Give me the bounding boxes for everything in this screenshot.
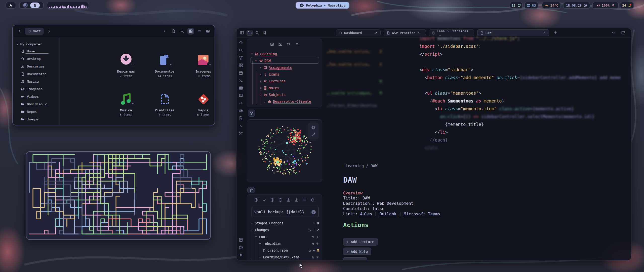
- graph-view-panel[interactable]: [247, 119, 322, 182]
- plus-icon[interactable]: [312, 249, 316, 252]
- ribbon-code-template-button[interactable]: <%: [239, 101, 243, 105]
- sidebar-item-musica[interactable]: Musica: [13, 78, 59, 85]
- git-row-.obsidian[interactable]: .obsidian: [259, 241, 281, 247]
- plus-icon[interactable]: [316, 256, 319, 259]
- sidebar-item-videos[interactable]: Videos: [13, 93, 59, 100]
- git-row-changes[interactable]: Changes2: [251, 227, 269, 233]
- breadcrumb[interactable]: matt: [25, 28, 44, 35]
- git-row-staged-changes[interactable]: Staged Changes0: [251, 220, 284, 226]
- sidebar-item-juegos[interactable]: Juegos: [13, 115, 59, 123]
- plus-icon[interactable]: [316, 242, 319, 245]
- note-title[interactable]: DAW: [343, 176, 357, 184]
- ribbon-calendar-button[interactable]: [239, 71, 243, 75]
- note-breadcrumb[interactable]: Learning / DAW: [346, 164, 377, 168]
- search-button[interactable]: [179, 28, 185, 35]
- status-widget-clock[interactable]: 18:08:28: [563, 2, 590, 9]
- note-link-outlook[interactable]: Outlook: [380, 212, 396, 216]
- undo-icon[interactable]: [311, 235, 314, 239]
- plus-icon[interactable]: [312, 228, 316, 232]
- status-widget-updates[interactable]: 11: [510, 2, 523, 9]
- visualizer-bar: [86, 6, 87, 8]
- media-widget[interactable]: Polyphia - Neurotica: [296, 2, 349, 9]
- tree-item-lectures[interactable]: Lectures: [259, 78, 286, 84]
- new-file-button[interactable]: [170, 28, 177, 35]
- ribbon-file-search-button[interactable]: [239, 116, 243, 120]
- sidebar-item-documentos[interactable]: Documentos: [13, 70, 59, 78]
- file-item-music[interactable]: ↪Musica6 items: [110, 91, 142, 117]
- undo-icon[interactable]: [311, 242, 314, 245]
- file-item-documents[interactable]: ↪Documentos14 items: [148, 52, 181, 78]
- toggle-right-sidebar-button[interactable]: [620, 30, 626, 36]
- plus-icon[interactable]: [316, 235, 319, 239]
- ribbon-gear-button[interactable]: [239, 253, 243, 257]
- git-row-learning-daw-exams[interactable]: Learning/DAW/Exams: [259, 254, 300, 260]
- file-item-git[interactable]: Repos6 items: [187, 91, 215, 117]
- local-graph-button[interactable]: [248, 110, 255, 117]
- sidebar-item-home[interactable]: Home: [13, 47, 59, 55]
- tree-item-learning[interactable]: Learning: [251, 51, 277, 57]
- files-button[interactable]: [247, 30, 253, 36]
- ribbon-search-button[interactable]: [239, 48, 243, 52]
- clipped-action-button[interactable]: [343, 257, 367, 260]
- file-item-downloads[interactable]: ↪Descargas2 items: [110, 52, 142, 78]
- ribbon-dollar-button[interactable]: $: [239, 124, 243, 128]
- status-widget-weather[interactable]: 24°C: [542, 2, 561, 9]
- status-widget-notifications[interactable]: 24: [620, 2, 634, 9]
- action-button--add-note[interactable]: + Add Note: [343, 248, 371, 255]
- tree-item-assignments[interactable]: Assignments: [259, 64, 292, 71]
- list-view-button[interactable]: [196, 28, 203, 35]
- tree-item-label: Subjects: [269, 93, 286, 97]
- git-row-graph.json[interactable]: graph.jsonM: [263, 247, 288, 253]
- ribbon-table-button[interactable]: [239, 86, 243, 90]
- global-search-button[interactable]: [254, 30, 260, 36]
- open-terminal-button[interactable]: [162, 28, 168, 35]
- ribbon-tools-button[interactable]: [239, 131, 243, 135]
- action-button--add-lecture[interactable]: + Add Lecture: [343, 238, 378, 246]
- ribbon-book-open-button[interactable]: [239, 93, 243, 98]
- undo-icon[interactable]: [308, 228, 311, 232]
- ribbon-git-fork-button[interactable]: [239, 56, 243, 60]
- ribbon-help-button[interactable]: [239, 245, 243, 250]
- bookmarks-button[interactable]: [262, 30, 268, 36]
- note-link-microsoft-teams[interactable]: Microsoft Teams: [404, 212, 440, 216]
- git-row-root[interactable]: root: [255, 234, 267, 240]
- status-widget-volume[interactable]: 100%: [592, 2, 619, 9]
- graph-filter-button[interactable]: [311, 132, 315, 137]
- forward-button[interactable]: [46, 28, 52, 35]
- ribbon-vault-button[interactable]: [239, 238, 243, 242]
- tab-dashboard[interactable]: Dashboard: [336, 29, 381, 36]
- grid-view-button[interactable]: [187, 28, 194, 35]
- ribbon-home-button[interactable]: [239, 41, 243, 45]
- compact-view-button[interactable]: [205, 28, 211, 35]
- sidebar-item-descargas[interactable]: Descargas: [13, 62, 59, 70]
- git-button[interactable]: [247, 187, 255, 193]
- active-workspace-notes[interactable]: [30, 3, 40, 8]
- sidebar-item-desktop[interactable]: Desktop: [13, 55, 59, 62]
- sidebar-root[interactable]: My Computer: [13, 41, 59, 47]
- toggle-left-sidebar-button[interactable]: [239, 30, 245, 36]
- sidebar-item-obsidianv[interactable]: Obsidian V…: [13, 100, 59, 108]
- launcher-button[interactable]: [6, 2, 16, 9]
- sidebar-item-imagenes[interactable]: Imagenes: [13, 85, 59, 93]
- minus-icon[interactable]: [312, 222, 316, 225]
- tree-item-exams[interactable]: Exams: [259, 71, 279, 78]
- visualizer-bar: [78, 7, 79, 8]
- ribbon-layout-grid-button[interactable]: [239, 63, 243, 67]
- note-link-aules[interactable]: Aules: [360, 212, 372, 216]
- graph-settings-button[interactable]: [311, 125, 315, 130]
- ribbon-gamepad-button[interactable]: [239, 109, 243, 113]
- undo-icon[interactable]: [311, 256, 314, 259]
- workspace-switcher[interactable]: [19, 2, 44, 9]
- undo-icon[interactable]: [308, 249, 311, 252]
- tree-item-desarrollo-cliente[interactable]: Desarrollo-Cliente: [263, 98, 311, 105]
- back-button[interactable]: [16, 28, 23, 35]
- tree-item-subjects[interactable]: Subjects: [259, 91, 286, 98]
- file-item-images[interactable]: ↪Imagenes10 items: [187, 52, 215, 78]
- git-row-actions: 2: [304, 228, 319, 232]
- status-widget-keyboard-layout[interactable]: US: [524, 2, 538, 9]
- file-item-templates[interactable]: Plantillas7 items: [148, 91, 181, 117]
- ribbon-terminal-button[interactable]: [239, 78, 243, 83]
- firefox-icon[interactable]: [23, 3, 28, 8]
- sidebar-item-repos[interactable]: Repos: [13, 108, 59, 115]
- tree-item-notes[interactable]: Notes: [259, 85, 279, 91]
